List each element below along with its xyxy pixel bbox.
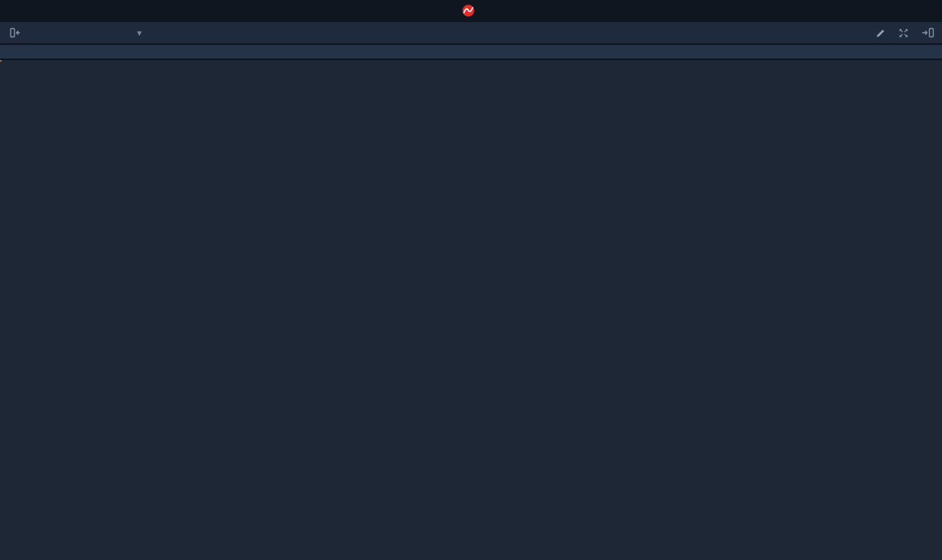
current-change-badge	[0, 60, 2, 62]
draw-pencil-icon[interactable]	[875, 27, 886, 39]
collapse-left-icon[interactable]	[8, 26, 21, 40]
overlay-tab-row	[0, 45, 942, 59]
chart-area	[0, 60, 942, 560]
app-header	[0, 0, 942, 21]
fullscreen-icon[interactable]	[898, 27, 909, 39]
dropdown-caret-icon[interactable]: ▼	[136, 29, 143, 37]
expand-right-panel-icon[interactable]	[921, 26, 934, 40]
brand-logo-icon	[461, 4, 475, 18]
intraday-chart[interactable]	[0, 60, 942, 560]
chart-toolbar: ▼	[0, 21, 942, 44]
